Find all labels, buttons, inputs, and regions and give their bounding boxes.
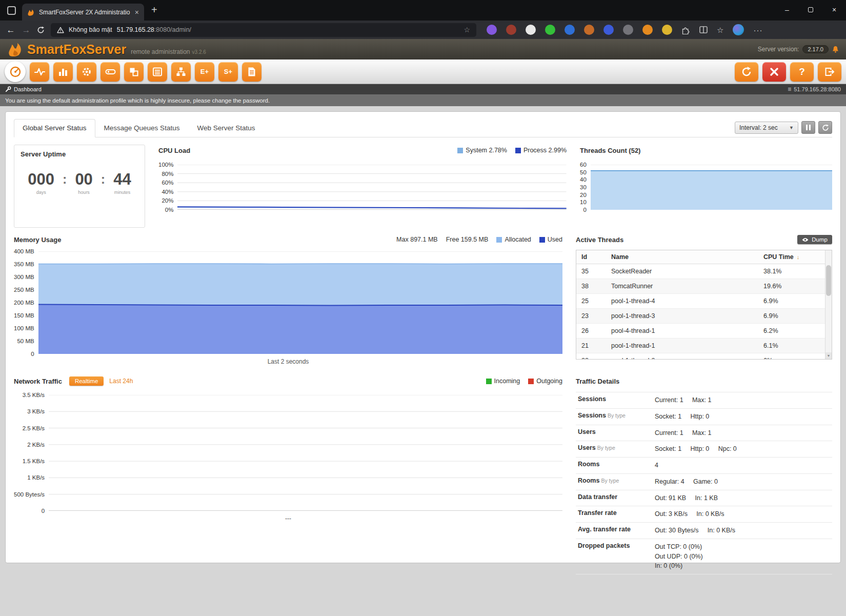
traffic-sublabel: By type — [601, 478, 619, 484]
close-window-icon[interactable]: × — [822, 0, 846, 19]
extension-icon-amber[interactable] — [642, 25, 653, 35]
extension-icon-green[interactable] — [545, 25, 555, 35]
thread-cpu: 6.9% — [758, 309, 825, 324]
restart-server-button[interactable] — [735, 62, 758, 82]
thread-name: pool-4-thread-1 — [606, 324, 758, 339]
new-tab-button[interactable]: + — [151, 5, 157, 15]
maximize-icon[interactable] — [799, 0, 822, 19]
tab-close-icon[interactable]: × — [135, 9, 139, 16]
analytics-button[interactable] — [53, 62, 73, 82]
realtime-button[interactable]: Realtime — [69, 376, 104, 386]
tab-global-server-status[interactable]: Global Server Status — [14, 119, 95, 137]
minimize-icon[interactable]: – — [775, 0, 799, 19]
back-icon[interactable]: ← — [6, 26, 15, 34]
profile-avatar[interactable] — [733, 24, 744, 35]
scrollbar-thumb[interactable] — [826, 265, 831, 296]
help-button[interactable]: ? — [790, 62, 814, 82]
extensions-puzzle-icon[interactable] — [681, 26, 690, 34]
breadcrumb-bar: Dashboard ≡ 51.79.165.28:8080 — [0, 84, 846, 94]
wrench-icon — [5, 86, 11, 92]
uptime-days: 000 — [28, 171, 54, 187]
url-path: :8080/admin/ — [154, 26, 191, 33]
forward-icon[interactable]: → — [22, 26, 31, 34]
thread-row[interactable]: 25 pool-1-thread-4 6.9% — [576, 294, 825, 309]
url-bar[interactable]: Không bảo mật 51.79.165.28:8080/admin/ ☆ — [51, 23, 476, 37]
refresh-icon[interactable] — [37, 26, 45, 34]
tab-message-queues-status[interactable]: Message Queues Status — [95, 119, 189, 137]
uptime-minutes: 44 — [113, 171, 131, 187]
traffic-label: Dropped packets — [578, 542, 655, 549]
table-scrollbar[interactable]: ▼ — [825, 250, 832, 359]
thread-row[interactable]: 26 pool-4-thread-1 6.2% — [576, 324, 825, 339]
split-screen-icon[interactable] — [699, 26, 708, 33]
extension-icon-brown[interactable] — [584, 25, 594, 35]
column-name[interactable]: Name — [606, 250, 758, 264]
logout-button[interactable] — [818, 62, 841, 82]
server-config-button[interactable] — [148, 62, 167, 82]
zone-monitor-button[interactable] — [30, 62, 49, 82]
pause-button[interactable] — [801, 121, 815, 134]
legend-outgoing-label: Outgoing — [536, 377, 562, 385]
servlets-button[interactable]: S+ — [218, 62, 238, 82]
top-row: Server Uptime 000days : 00hours : 44minu… — [14, 145, 832, 228]
server-version-label: Server version: — [758, 46, 799, 53]
threads-y-axis: 6050403020100 — [580, 161, 591, 213]
extension-icon-purple[interactable] — [487, 25, 497, 35]
list-icon[interactable]: ≡ — [788, 86, 791, 93]
chevron-down-icon: ▼ — [789, 125, 794, 130]
thread-row[interactable]: 35 SocketReader 38.1% — [576, 264, 825, 279]
extensions-manager-button[interactable]: E+ — [195, 62, 214, 82]
traffic-label: Avg. transfer rate — [578, 526, 655, 533]
thread-row[interactable]: 23 pool-1-thread-3 6.9% — [576, 309, 825, 324]
thread-id: 21 — [576, 339, 606, 353]
browser-window: SmartFoxServer 2X Administratio × + – × … — [0, 0, 846, 616]
legend-process-label: Process 2.99% — [523, 147, 567, 154]
cpu-plot — [177, 165, 567, 210]
memory-free-label: Free 159.5 MB — [446, 236, 489, 243]
legend-incoming: Incoming — [486, 377, 520, 385]
browser-tab[interactable]: SmartFoxServer 2X Administratio × — [22, 4, 144, 21]
traffic-row: Dropped packets Out TCP: 0 (0%) Out UDP:… — [576, 539, 832, 574]
extension-icon-indigo[interactable] — [603, 25, 614, 35]
log-viewer-button[interactable] — [242, 62, 261, 82]
rooms-button[interactable] — [124, 62, 144, 82]
favorites-icon[interactable]: ☆ — [717, 26, 723, 34]
scroll-down-icon[interactable]: ▼ — [825, 352, 832, 359]
tab-actions-icon[interactable] — [7, 6, 16, 15]
network-traffic-panel: Network Traffic Realtime Last 24h Incomi… — [14, 375, 562, 574]
bookmark-star-icon[interactable]: ☆ — [464, 26, 470, 33]
traffic-label: Sessions — [578, 395, 655, 403]
dump-button[interactable]: Dump — [797, 235, 832, 244]
tree-view-button[interactable] — [171, 62, 191, 82]
column-id[interactable]: Id — [576, 250, 606, 264]
legend-used-label: Used — [548, 236, 562, 243]
security-settings-button[interactable] — [77, 62, 96, 82]
app-subtitle: remote administration — [131, 48, 190, 55]
extension-icon-gray[interactable] — [623, 25, 633, 35]
thread-row[interactable]: 22 pool-1-thread-2 6% — [576, 353, 825, 360]
extension-icon-blue[interactable] — [565, 25, 575, 35]
extension-icon-yellow[interactable] — [662, 25, 672, 35]
legend-process: Process 2.99% — [515, 147, 567, 154]
extension-icon-white[interactable] — [526, 25, 536, 35]
browser-menu-icon[interactable]: ··· — [753, 26, 762, 34]
thread-id: 38 — [576, 279, 606, 294]
halt-server-button[interactable] — [762, 62, 786, 82]
thread-row[interactable]: 21 pool-1-thread-1 6.1% — [576, 339, 825, 353]
thread-row[interactable]: 38 TomcatRunner 19.6% — [576, 279, 825, 294]
traffic-value: 4 — [655, 461, 658, 470]
last-24h-link[interactable]: Last 24h — [109, 377, 133, 385]
extension-icon-maroon[interactable] — [506, 25, 516, 35]
threads-count-title: Threads Count (52) — [580, 147, 640, 154]
traffic-value: Out: 3 KB/s In: 0 KB/s — [655, 509, 724, 519]
dashboard-button[interactable] — [5, 61, 26, 82]
refresh-button[interactable] — [818, 121, 832, 134]
bell-icon[interactable] — [832, 46, 839, 53]
used-swatch — [539, 237, 545, 243]
interval-select[interactable]: Interval: 2 sec ▼ — [735, 122, 798, 134]
console-button[interactable] — [100, 62, 120, 82]
column-cpu-time[interactable]: CPU Time↓ — [758, 250, 825, 264]
tab-web-server-status[interactable]: Web Server Status — [188, 119, 264, 137]
legend-system: System 2.78% — [457, 147, 507, 154]
network-legend: Incoming Outgoing — [486, 377, 562, 385]
